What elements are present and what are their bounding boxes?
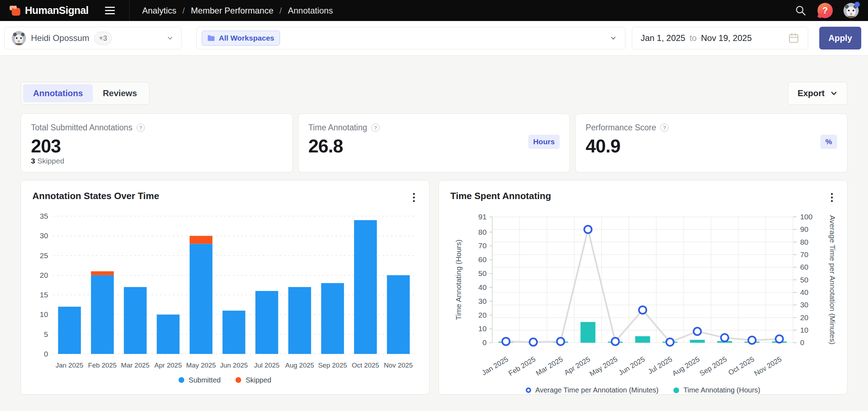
filter-bar: Heidi Opossum +3 All Workspaces Jan 1, 2… [0, 21, 868, 56]
svg-text:Sep 2025: Sep 2025 [318, 361, 347, 369]
svg-text:Jul 2025: Jul 2025 [254, 361, 280, 369]
stat-footnote: 3Skipped [31, 157, 282, 165]
svg-text:40: 40 [800, 288, 808, 296]
time-annotating-legend-dot [673, 387, 679, 393]
svg-text:Jan 2025: Jan 2025 [481, 355, 510, 377]
svg-text:60: 60 [478, 255, 486, 264]
help-circle-icon[interactable]: ? [371, 124, 380, 132]
help-icon[interactable]: ? [817, 3, 833, 18]
svg-text:May 2025: May 2025 [588, 355, 619, 378]
svg-text:Jul 2025: Jul 2025 [646, 355, 673, 376]
legend-label: Submitted [189, 376, 221, 384]
svg-text:70: 70 [800, 250, 808, 259]
kebab-menu-icon[interactable] [410, 191, 418, 204]
svg-text:80: 80 [478, 228, 486, 236]
date-range-picker[interactable]: Jan 1, 2025 to Nov 19, 2025 [632, 27, 808, 50]
topbar-divider [129, 0, 129, 21]
date-range-end: Nov 19, 2025 [701, 33, 752, 43]
time-spent-chart: 0102030405060708090100010203040506070809… [450, 208, 836, 385]
main-content: Annotations Reviews Export Total Submitt… [0, 82, 868, 395]
svg-text:Apr 2025: Apr 2025 [563, 355, 592, 377]
breadcrumb: Analytics / Member Performance / Annotat… [142, 6, 333, 16]
search-icon[interactable] [795, 5, 807, 17]
help-circle-icon[interactable]: ? [660, 124, 668, 132]
svg-text:0: 0 [800, 338, 804, 347]
svg-text:30: 30 [800, 301, 808, 309]
stat-value: 26.8 [308, 135, 560, 157]
member-selector[interactable]: Heidi Opossum +3 [4, 27, 181, 50]
stat-value: 203 [31, 135, 282, 157]
svg-text:Oct 2025: Oct 2025 [727, 355, 756, 377]
svg-text:Nov 2025: Nov 2025 [753, 355, 783, 378]
legend-item-submitted[interactable]: Submitted [179, 376, 221, 384]
legend-label: Skipped [245, 376, 271, 384]
chevron-down-icon [609, 34, 617, 42]
breadcrumb-separator: / [280, 6, 282, 16]
legend-item-time-annotating[interactable]: Time Annotating (Hours) [673, 386, 760, 394]
svg-text:15: 15 [40, 291, 48, 299]
svg-text:80: 80 [800, 238, 808, 246]
legend-label: Average Time per Annotation (Minutes) [535, 386, 658, 394]
chart-legend: Submitted Skipped [32, 376, 418, 384]
svg-text:Mar 2025: Mar 2025 [534, 355, 564, 377]
svg-text:20: 20 [478, 311, 486, 319]
breadcrumb-member-performance[interactable]: Member Performance [191, 6, 273, 16]
svg-text:50: 50 [800, 276, 808, 284]
svg-text:10: 10 [478, 324, 486, 333]
help-circle-icon[interactable]: ? [137, 124, 145, 132]
annotation-states-chart: 05101520253035Jan 2025Feb 2025Mar 2025Ap… [32, 208, 418, 375]
legend-label: Time Annotating (Hours) [683, 386, 760, 394]
svg-text:Average Time per Annotation (M: Average Time per Annotation (Minutes) [829, 215, 836, 344]
breadcrumb-analytics[interactable]: Analytics [142, 6, 176, 16]
apply-button[interactable]: Apply [819, 27, 861, 50]
svg-text:30: 30 [478, 297, 486, 305]
svg-text:70: 70 [478, 241, 486, 250]
stat-label: Time Annotating [308, 123, 367, 132]
svg-text:40: 40 [478, 283, 486, 291]
stat-label: Performance Score [586, 123, 656, 132]
brand-logo[interactable]: HumanSignal [9, 5, 89, 16]
svg-text:0: 0 [44, 350, 48, 358]
all-workspaces-label: All Workspaces [219, 34, 274, 42]
skipped-legend-dot [235, 377, 241, 383]
hamburger-menu-icon[interactable] [105, 7, 115, 14]
svg-text:0: 0 [482, 338, 487, 347]
all-workspaces-chip[interactable]: All Workspaces [202, 31, 280, 46]
stat-label: Total Submitted Annotations [31, 123, 132, 132]
svg-text:Aug 2025: Aug 2025 [285, 361, 314, 369]
svg-text:Jun 2025: Jun 2025 [220, 361, 248, 369]
svg-text:Aug 2025: Aug 2025 [671, 355, 701, 378]
svg-text:10: 10 [800, 326, 808, 334]
svg-text:20: 20 [800, 313, 808, 322]
workspaces-selector[interactable]: All Workspaces [196, 27, 625, 50]
breadcrumb-separator: / [182, 6, 185, 16]
tab-annotations[interactable]: Annotations [23, 84, 93, 102]
legend-item-skipped[interactable]: Skipped [235, 376, 271, 384]
date-range-start: Jan 1, 2025 [641, 33, 685, 43]
time-spent-chart-card: Time Spent Annotating 010203040506070809… [439, 180, 847, 395]
date-range-separator: to [689, 33, 697, 43]
svg-text:100: 100 [800, 213, 813, 221]
chart-legend: Average Time per Annotation (Minutes) Ti… [450, 386, 836, 394]
svg-text:10: 10 [40, 310, 48, 318]
chevron-down-icon [830, 89, 838, 97]
annotations-reviews-tabs: Annotations Reviews [21, 82, 149, 105]
online-status-badge [854, 2, 860, 7]
chart-title: Time Spent Annotating [450, 191, 551, 202]
svg-text:Jan 2025: Jan 2025 [55, 361, 83, 369]
unit-badge: % [820, 135, 837, 149]
breadcrumb-annotations: Annotations [288, 6, 333, 16]
tab-reviews[interactable]: Reviews [93, 84, 147, 102]
more-members-badge: +3 [94, 32, 112, 45]
humansignal-logo-icon [9, 5, 21, 16]
svg-text:Feb 2025: Feb 2025 [88, 361, 117, 369]
calendar-icon [788, 32, 799, 44]
export-button[interactable]: Export [788, 82, 847, 105]
kebab-menu-icon[interactable] [828, 191, 836, 204]
member-avatar [12, 31, 26, 45]
svg-text:Sep 2025: Sep 2025 [698, 355, 729, 378]
svg-text:20: 20 [40, 271, 48, 279]
svg-text:25: 25 [40, 251, 48, 260]
user-avatar[interactable] [843, 3, 859, 18]
legend-item-average-time[interactable]: Average Time per Annotation (Minutes) [526, 386, 658, 394]
